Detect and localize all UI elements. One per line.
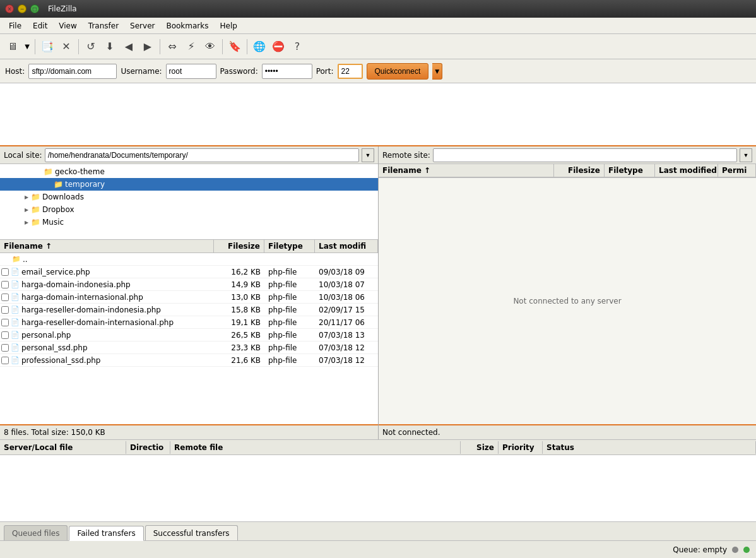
hidden-files-button[interactable]: 👁 [201, 38, 219, 56]
file-modified-cell [315, 259, 378, 260]
cancel-current-button[interactable]: ⬇ [101, 38, 119, 56]
queue-header-priority: Priority [499, 441, 543, 454]
file-name-label: harga-domain-indonesia.php [21, 280, 131, 289]
file-row[interactable]: 📄harga-reseller-domain-indonesia.php15,8… [0, 304, 378, 316]
transfer-queue: Server/Local file Directio Remote file S… [0, 439, 756, 521]
file-type-icon: 📄 [10, 330, 20, 340]
remote-header-filesize[interactable]: Filesize [554, 164, 605, 177]
remote-site-bar: Remote site: ▼ [379, 146, 756, 164]
tree-item-temporary[interactable]: 📁 temporary [0, 178, 378, 191]
file-row[interactable]: 📄harga-domain-indonesia.php14,9 KBphp-fi… [0, 278, 378, 291]
help-button[interactable]: ? [288, 38, 306, 56]
remote-header-filetype[interactable]: Filetype [605, 164, 655, 177]
remote-header-modified[interactable]: Last modified [655, 164, 718, 177]
file-row[interactable]: 📄email_service.php16,2 KBphp-file09/03/1… [0, 266, 378, 278]
file-checkbox[interactable] [1, 306, 9, 314]
header-filename[interactable]: Filename ↑ [0, 240, 214, 252]
file-checkbox[interactable] [1, 344, 9, 352]
menu-item-view[interactable]: View [54, 20, 81, 32]
remote-file-list-header-area: Filename ↑ Filesize Filetype Last modifi… [379, 164, 756, 178]
password-label: Password: [220, 67, 258, 76]
network-config-button[interactable]: 🌐 [251, 38, 268, 56]
local-panel-status: 8 files. Total size: 150,0 KB [0, 424, 378, 439]
header-modified[interactable]: Last modifi [315, 240, 378, 252]
host-input[interactable] [28, 64, 117, 79]
remote-path-dropdown[interactable]: ▼ [740, 148, 752, 162]
file-checkbox[interactable] [1, 331, 9, 339]
file-modified-cell: 20/11/17 06 [315, 318, 378, 328]
quickconnect-button[interactable]: Quickconnect [367, 63, 429, 80]
file-checkbox[interactable] [1, 268, 9, 276]
menu-item-server[interactable]: Server [125, 20, 160, 32]
refresh-button[interactable]: ↺ [82, 38, 100, 56]
site-manager-dropdown[interactable]: ▼ [23, 38, 32, 56]
file-modified-cell: 02/09/17 15 [315, 305, 378, 315]
menu-item-file[interactable]: File [4, 20, 27, 32]
file-row[interactable]: 📄professional_ssd.php21,6 KBphp-file07/0… [0, 354, 378, 367]
minimize-button[interactable]: − [18, 4, 27, 13]
file-name-cell: 📄harga-domain-internasional.php [0, 292, 214, 302]
file-row[interactable]: 📄personal.php26,5 KBphp-file07/03/18 13 [0, 329, 378, 341]
status-footer: Queue: empty [0, 540, 756, 558]
remote-header-filename[interactable]: Filename ↑ [379, 164, 554, 177]
file-row[interactable]: 📄harga-reseller-domain-internasional.php… [0, 316, 378, 329]
password-input[interactable] [262, 64, 312, 79]
disconnect-button[interactable]: ▶ [139, 38, 157, 56]
file-type-cell: php-file [264, 343, 315, 353]
local-path-input[interactable] [45, 148, 359, 162]
tree-item-label: Dropbox [42, 205, 74, 214]
expand-arrow[interactable]: ▶ [23, 206, 30, 213]
menu-item-edit[interactable]: Edit [28, 20, 52, 32]
close-tab-button[interactable]: ✕ [57, 38, 75, 56]
header-filesize[interactable]: Filesize [214, 240, 264, 252]
file-checkbox[interactable] [1, 294, 9, 301]
file-checkbox[interactable] [1, 357, 9, 364]
site-manager-button[interactable]: 🖥 [4, 38, 21, 56]
bookmark-button[interactable]: 🔖 [226, 38, 244, 56]
file-checkbox[interactable] [1, 319, 9, 326]
remote-path-input[interactable] [433, 148, 737, 162]
tree-item-music[interactable]: ▶ 📁 Music [0, 216, 378, 229]
quickconnect-dropdown-button[interactable]: ▼ [432, 63, 442, 80]
maximize-button[interactable]: □ [30, 4, 39, 13]
local-directory-tree: 📁 gecko-theme 📁 temporary ▶ 📁 Downloads … [0, 164, 378, 240]
menu-item-transfer[interactable]: Transfer [83, 20, 124, 32]
file-size-cell: 21,6 KB [214, 355, 264, 365]
compare-button[interactable]: ⇔ [163, 38, 181, 56]
speed-limit-button[interactable]: ⛔ [269, 38, 287, 56]
port-input[interactable] [338, 64, 363, 79]
expand-arrow[interactable]: ▶ [23, 218, 30, 226]
queue-header-remote: Remote file [170, 441, 461, 454]
tab-queued-files[interactable]: Queued files [4, 525, 68, 540]
menu-item-help[interactable]: Help [215, 20, 242, 32]
file-row[interactable]: 📁.. [0, 253, 378, 266]
tree-item-downloads[interactable]: ▶ 📁 Downloads [0, 191, 378, 203]
queue-header-direction: Directio [126, 441, 170, 454]
close-button[interactable]: × [5, 4, 14, 13]
app-title: FileZilla [48, 4, 751, 13]
file-type-cell: php-file [264, 330, 315, 340]
expand-arrow[interactable]: ▶ [23, 193, 30, 201]
tree-item-gecko-theme[interactable]: 📁 gecko-theme [0, 165, 378, 178]
tab-successful-transfers[interactable]: Successful transfers [145, 525, 238, 540]
file-name-label: .. [23, 255, 28, 264]
file-type-icon: 📄 [10, 267, 20, 277]
tree-item-dropbox[interactable]: ▶ 📁 Dropbox [0, 203, 378, 216]
file-checkbox[interactable] [1, 281, 9, 288]
tab-failed-transfers[interactable]: Failed transfers [69, 526, 143, 541]
separator-1 [35, 39, 35, 54]
username-input[interactable] [166, 64, 216, 79]
menu-item-bookmarks[interactable]: Bookmarks [161, 20, 213, 32]
file-row[interactable]: 📄harga-domain-internasional.php13,0 KBph… [0, 291, 378, 304]
file-name-label: professional_ssd.php [21, 356, 100, 365]
local-path-dropdown[interactable]: ▼ [362, 148, 374, 162]
sync-button[interactable]: ⚡ [182, 38, 200, 56]
remote-panel: Remote site: ▼ Filename ↑ Filesize Filet… [379, 146, 756, 439]
stop-button[interactable]: ◀ [120, 38, 138, 56]
new-tab-button[interactable]: 📑 [38, 38, 56, 56]
header-filetype[interactable]: Filetype [264, 240, 315, 252]
file-row[interactable]: 📄personal_ssd.php23,3 KBphp-file07/03/18… [0, 341, 378, 354]
remote-header-perms[interactable]: Permi [718, 164, 756, 177]
remote-not-connected: Not connected to any server [379, 178, 756, 424]
local-status-text: 8 files. Total size: 150,0 KB [4, 428, 105, 437]
